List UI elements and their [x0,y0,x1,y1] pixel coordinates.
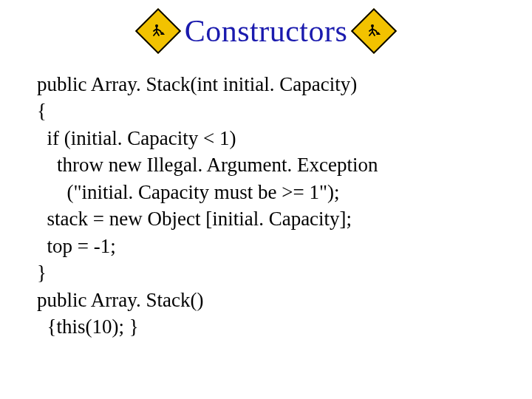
slide: Constructors public Array. Stack(int ini… [0,0,532,399]
code-line: throw new Illegal. Argument. Exception [37,154,378,176]
digger-icon [143,16,173,46]
code-line: public Array. Stack(int initial. Capacit… [37,73,357,95]
code-line: {this(10); } [37,316,139,338]
construction-sign-icon [351,8,397,54]
code-block: public Array. Stack(int initial. Capacit… [0,49,532,340]
construction-sign-icon [135,8,181,54]
code-line: public Array. Stack() [37,289,203,311]
title-row: Constructors [0,0,532,49]
code-line: top = -1; [37,235,116,257]
slide-title: Constructors [185,13,348,49]
code-line: stack = new Object [initial. Capacity]; [37,208,352,230]
code-line: } [37,262,47,284]
code-line: { [37,100,47,122]
code-line: ("initial. Capacity must be >= 1"); [37,181,339,203]
digger-icon [359,16,389,46]
code-line: if (initial. Capacity < 1) [37,127,236,149]
